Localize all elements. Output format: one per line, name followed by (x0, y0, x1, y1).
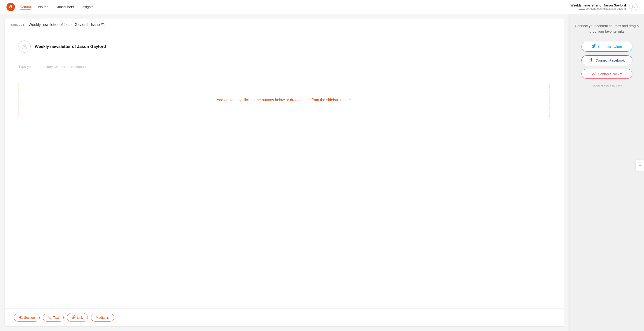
media-button[interactable]: Media ▲ (91, 314, 114, 322)
section-button[interactable]: H1 Section (14, 314, 40, 322)
link-icon (72, 315, 76, 320)
connect-pocket-label: Connect Pocket (598, 72, 622, 76)
right-arrow-button[interactable]: → (636, 160, 644, 171)
newsletter-url: www.getrevue.co/profile/jason-gaylord (570, 7, 626, 10)
logo[interactable]: R (6, 3, 15, 11)
text-icon: Aa (48, 316, 52, 319)
subject-label: SUBJECT (11, 23, 24, 26)
facebook-icon (589, 58, 593, 63)
connect-twitter-label: Connect Twitter (598, 45, 622, 49)
newsletter-display-name: Weekly newsletter of Jason Gaylord (35, 44, 106, 49)
link-label: Link (77, 316, 83, 320)
connect-twitter-button[interactable]: Connect Twitter (582, 42, 632, 52)
nav-subscribers[interactable]: Subscribers (56, 4, 74, 10)
pocket-icon (592, 71, 596, 76)
header-right: Weekly newsletter of Jason Gaylord www.g… (570, 3, 638, 11)
nav-insights[interactable]: Insights (82, 4, 94, 10)
link-button[interactable]: Link (67, 313, 88, 322)
header: R Create Issues Subscribers Insights Wee… (0, 0, 644, 14)
main-layout: SUBJECT Weekly newsletter of Jason Gaylo… (0, 14, 644, 331)
newsletter-title: Weekly newsletter of Jason Gaylord (570, 3, 626, 7)
drop-zone[interactable]: Add an item by clicking the buttons belo… (18, 83, 550, 117)
editor-card: SUBJECT Weekly newsletter of Jason Gaylo… (5, 18, 564, 326)
newsletter-body: Weekly newsletter of Jason Gaylord Type … (5, 31, 564, 308)
media-expand-icon: ▲ (106, 316, 109, 320)
editor-area: SUBJECT Weekly newsletter of Jason Gaylo… (0, 14, 568, 331)
sidebar-description: Connect your content sources and drag & … (574, 23, 639, 34)
newsletter-header: Weekly newsletter of Jason Gaylord (18, 40, 550, 58)
newsletter-info: Weekly newsletter of Jason Gaylord www.g… (570, 3, 626, 10)
section-icon: H1 (19, 316, 23, 319)
bottom-toolbar: H1 Section Aa Text Link (5, 308, 564, 326)
subject-input[interactable] (29, 23, 558, 27)
svg-point-1 (24, 44, 26, 46)
user-avatar[interactable] (629, 3, 638, 11)
section-label: Section (24, 316, 35, 320)
media-label: Media (96, 316, 105, 320)
subject-row: SUBJECT (5, 18, 564, 31)
sidebar: Connect your content sources and drag & … (570, 14, 644, 331)
nav-create[interactable]: Create (20, 4, 31, 10)
connect-facebook-label: Connect Facebook (596, 58, 625, 62)
text-button[interactable]: Aa Text (43, 314, 64, 322)
intro-text-placeholder[interactable]: Type your introductory text here... (opt… (18, 63, 550, 73)
svg-point-0 (632, 5, 634, 7)
connect-facebook-button[interactable]: Connect Facebook (582, 55, 632, 65)
nav-issues[interactable]: Issues (38, 4, 48, 10)
connect-pocket-button[interactable]: Connect Pocket (582, 69, 632, 79)
drop-zone-text: Add an item by clicking the buttons belo… (24, 97, 545, 103)
main-nav: Create Issues Subscribers Insights (20, 4, 93, 10)
text-label: Text (53, 316, 59, 320)
connect-other-sources[interactable]: Connect other sources (592, 84, 622, 88)
twitter-icon (592, 44, 596, 49)
newsletter-avatar (18, 40, 30, 52)
